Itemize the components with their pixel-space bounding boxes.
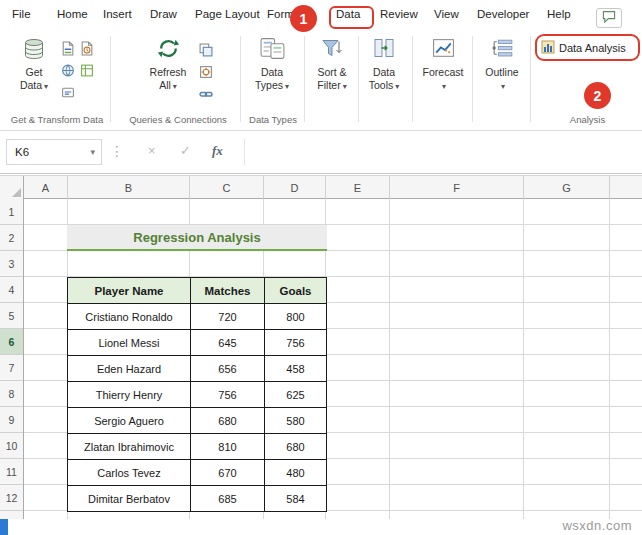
name-box-caret-icon[interactable]: ▾ <box>90 147 95 157</box>
get-data-button[interactable]: Get Data▾ <box>10 36 58 93</box>
cancel-icon[interactable]: × <box>148 143 156 158</box>
recent-sources-icon[interactable] <box>79 40 95 56</box>
dropdown-caret-icon: ▾ <box>173 82 177 91</box>
table-cell[interactable]: 756 <box>265 330 327 356</box>
table-header-player-name[interactable]: Player Name <box>68 278 191 304</box>
table-cell[interactable]: Eden Hazard <box>68 356 191 382</box>
queries-connections-icon[interactable] <box>198 42 214 58</box>
formula-bar-handle-icon[interactable]: ⋮ <box>110 143 124 159</box>
row-header-6-active[interactable]: 6 <box>0 329 23 355</box>
data-tools-label-1: Data <box>360 66 408 79</box>
row-header-11[interactable]: 11 <box>0 459 23 485</box>
row-header-1[interactable]: 1 <box>0 199 23 225</box>
row-header-3[interactable]: 3 <box>0 251 23 277</box>
column-header-b[interactable]: B <box>68 176 190 199</box>
tab-review[interactable]: Review <box>380 8 418 20</box>
get-data-label-1: Get <box>10 66 58 79</box>
comment-icon <box>602 9 616 27</box>
outline-button[interactable]: Outline ▾ <box>476 36 528 93</box>
table-cell[interactable]: 645 <box>191 330 265 356</box>
table-cell[interactable]: Thierry Henry <box>68 382 191 408</box>
table-cell[interactable]: Sergio Aguero <box>68 408 191 434</box>
column-header-partial[interactable] <box>610 176 642 199</box>
enter-icon[interactable]: ✓ <box>180 143 191 158</box>
table-cell[interactable]: 625 <box>265 382 327 408</box>
tab-page-layout[interactable]: Page Layout <box>195 8 260 20</box>
column-header-e[interactable]: E <box>326 176 390 199</box>
annotation-step-2: 2 <box>584 82 611 109</box>
funnel-icon <box>308 36 356 66</box>
row-header-9[interactable]: 9 <box>0 407 23 433</box>
ribbon-divider <box>0 130 642 131</box>
comments-button[interactable] <box>596 8 622 28</box>
sheet-title-cell[interactable]: Regression Analysis <box>67 225 327 251</box>
annotation-box-data-analysis <box>535 34 640 61</box>
properties-icon[interactable] <box>198 64 214 80</box>
dropdown-caret-icon: ▾ <box>442 82 446 91</box>
table-cell[interactable]: 680 <box>191 408 265 434</box>
select-all-corner[interactable] <box>0 176 24 199</box>
refresh-all-button[interactable]: Refresh All▾ <box>142 36 194 93</box>
name-box[interactable]: K6 ▾ <box>6 139 102 165</box>
table-cell[interactable]: Dimitar Berbatov <box>68 486 191 512</box>
table-cell[interactable]: 800 <box>265 304 327 330</box>
table-cell[interactable]: Lionel Messi <box>68 330 191 356</box>
table-header-goals[interactable]: Goals <box>265 278 327 304</box>
insert-function-icon[interactable]: fx <box>212 143 223 159</box>
table-cell[interactable]: 810 <box>191 434 265 460</box>
table-cell[interactable]: Carlos Tevez <box>68 460 191 486</box>
row-header-4[interactable]: 4 <box>0 277 23 303</box>
row-header-2[interactable]: 2 <box>0 225 23 251</box>
table-cell[interactable]: 720 <box>191 304 265 330</box>
table-cell[interactable]: 680 <box>265 434 327 460</box>
column-header-g[interactable]: G <box>524 176 610 199</box>
table-cell[interactable]: 580 <box>265 408 327 434</box>
tab-draw[interactable]: Draw <box>150 8 177 20</box>
forecast-button[interactable]: Forecast ▾ <box>416 36 470 93</box>
formula-bar-divider <box>0 173 642 174</box>
watermark: wsxdn.com <box>562 518 632 533</box>
table-header-matches[interactable]: Matches <box>191 278 265 304</box>
tab-developer[interactable]: Developer <box>477 8 529 20</box>
table-cell[interactable]: 480 <box>265 460 327 486</box>
sort-filter-button[interactable]: Sort & Filter▾ <box>308 36 356 93</box>
column-header-c[interactable]: C <box>190 176 264 199</box>
row-header-12[interactable]: 12 <box>0 485 23 511</box>
table-cell[interactable]: 584 <box>265 486 327 512</box>
table-cell[interactable]: 685 <box>191 486 265 512</box>
column-header-f[interactable]: F <box>390 176 524 199</box>
tab-home[interactable]: Home <box>57 8 88 20</box>
data-tools-button[interactable]: Data Tools▾ <box>360 36 408 93</box>
data-types-button[interactable]: Data Types▾ <box>248 36 296 93</box>
group-separator <box>240 36 241 122</box>
tab-file[interactable]: File <box>12 8 31 20</box>
from-table-range-icon[interactable] <box>79 62 95 78</box>
annotation-box-data-tab <box>329 6 374 29</box>
column-header-a[interactable]: A <box>24 176 68 199</box>
tab-insert[interactable]: Insert <box>103 8 132 20</box>
existing-connections-icon[interactable] <box>60 84 76 100</box>
row-header-7[interactable]: 7 <box>0 355 23 381</box>
tab-help[interactable]: Help <box>547 8 571 20</box>
tab-view[interactable]: View <box>434 8 459 20</box>
from-text-csv-icon[interactable] <box>60 40 76 56</box>
database-icon <box>10 36 58 66</box>
group-label-get-transform: Get & Transform Data <box>0 114 114 125</box>
table-cell[interactable]: Cristiano Ronaldo <box>68 304 191 330</box>
group-separator <box>110 36 111 122</box>
table-cell[interactable]: Zlatan Ibrahimovic <box>68 434 191 460</box>
column-header-d[interactable]: D <box>264 176 326 199</box>
edit-links-icon[interactable] <box>198 86 214 102</box>
table-cell[interactable]: 670 <box>191 460 265 486</box>
row-header-10[interactable]: 10 <box>0 433 23 459</box>
row-header-5[interactable]: 5 <box>0 303 23 329</box>
table-cell[interactable]: 656 <box>191 356 265 382</box>
gridline-vertical <box>609 199 610 519</box>
forecast-label-1: Forecast <box>416 66 470 79</box>
table-cell[interactable]: 458 <box>265 356 327 382</box>
from-web-icon[interactable] <box>60 62 76 78</box>
table-cell[interactable]: 756 <box>191 382 265 408</box>
outline-label-1: Outline <box>476 66 528 79</box>
excel-window: File Home Insert Draw Page Layout Formul… <box>0 0 642 535</box>
row-header-8[interactable]: 8 <box>0 381 23 407</box>
